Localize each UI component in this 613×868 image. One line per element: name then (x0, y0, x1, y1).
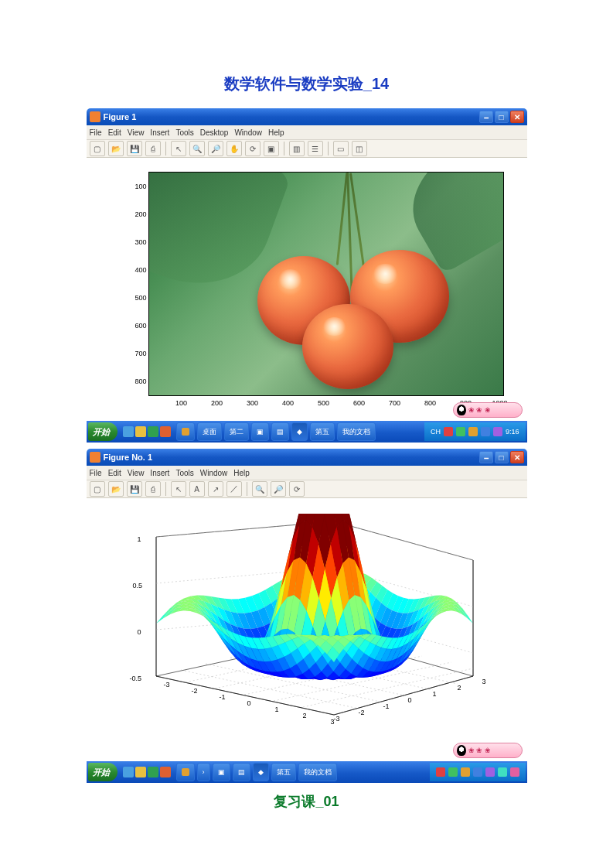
maximize-button[interactable]: □ (495, 451, 509, 463)
media-icon[interactable] (160, 767, 171, 777)
y-tick: 100 (125, 183, 147, 190)
minimize-button[interactable]: ‒ (479, 451, 493, 463)
menu-file[interactable]: File (90, 469, 102, 477)
print-icon[interactable]: ⎙ (145, 141, 161, 156)
image-axes[interactable] (148, 172, 504, 396)
qq-widget[interactable]: ❀ ❀ ❀ (453, 402, 523, 418)
ie-icon[interactable] (123, 767, 134, 777)
tray-icon[interactable] (461, 767, 470, 777)
taskbar-item-active[interactable]: ◆ (253, 763, 269, 781)
taskbar-item[interactable] (176, 763, 195, 781)
document-page: 数学软件与数学实验_14 Figure 1 ‒ □ ✕ File Edit Vi… (0, 0, 613, 811)
ime-indicator[interactable]: CH (431, 428, 441, 436)
tray-icon[interactable] (448, 767, 458, 777)
menu-window[interactable]: Window (200, 469, 228, 477)
hide-tools-icon[interactable]: ▭ (333, 141, 349, 156)
edit-plot-icon[interactable]: ↖ (171, 141, 186, 156)
desktop-icon[interactable] (148, 426, 158, 437)
edit-plot-icon[interactable]: ↖ (171, 481, 186, 497)
windows-taskbar: 开始 › ▣ ▤ ◆ 第五 我的文档 (87, 761, 527, 783)
tray-icon[interactable] (498, 767, 507, 777)
taskbar-item[interactable]: ▣ (213, 763, 230, 781)
open-icon[interactable]: 📂 (108, 141, 124, 156)
text-icon[interactable]: A (189, 481, 205, 497)
menu-window[interactable]: Window (234, 128, 262, 137)
tray-icon[interactable] (485, 767, 495, 777)
taskbar-item[interactable]: 第五 (310, 422, 335, 441)
system-tray: CH 9:16 (424, 422, 526, 441)
media-icon[interactable] (160, 426, 171, 437)
taskbar-item-active[interactable]: ◆ (291, 422, 308, 441)
menu-tools[interactable]: Tools (175, 469, 193, 477)
open-icon[interactable]: 📂 (108, 481, 124, 497)
menu-file[interactable]: File (90, 128, 102, 137)
menu-help[interactable]: Help (268, 128, 284, 137)
explorer-icon[interactable] (135, 426, 146, 437)
taskbar-item[interactable]: › (197, 763, 210, 781)
taskbar-item[interactable]: 我的文档 (337, 422, 376, 441)
menu-insert[interactable]: Insert (150, 128, 169, 137)
line-icon[interactable]: ／ (226, 481, 242, 497)
save-icon[interactable]: 💾 (127, 481, 142, 497)
taskbar-item[interactable]: 第五 (271, 763, 296, 781)
clock[interactable]: 9:16 (506, 428, 519, 436)
tray-icon[interactable] (444, 427, 453, 436)
y-tick: -1 (220, 693, 226, 701)
rotate-icon[interactable]: ⟳ (245, 141, 261, 156)
menu-desktop[interactable]: Desktop (200, 128, 229, 137)
maximize-button[interactable]: □ (495, 111, 509, 123)
start-button[interactable]: 开始 (88, 763, 117, 781)
start-button[interactable]: 开始 (88, 422, 117, 441)
explorer-icon[interactable] (135, 767, 146, 777)
rotate-icon[interactable]: ⟳ (289, 481, 305, 497)
taskbar-item[interactable] (176, 422, 195, 441)
menu-insert[interactable]: Insert (150, 469, 169, 477)
arrow-icon[interactable]: ↗ (208, 481, 223, 497)
menu-edit[interactable]: Edit (108, 128, 121, 137)
menu-tools[interactable]: Tools (175, 128, 193, 137)
axes-3d[interactable] (133, 514, 496, 746)
x-tick: -3 (334, 715, 340, 723)
figure-toolbar: ▢ 📂 💾 ⎙ ↖ A ↗ ／ 🔍 🔎 ⟳ (87, 480, 527, 498)
y-tick: 600 (125, 322, 147, 330)
datatip-icon[interactable]: ▣ (264, 141, 279, 156)
taskbar-item[interactable]: 桌面 (197, 422, 222, 441)
colorbar-icon[interactable]: ▥ (289, 141, 305, 156)
tray-icon[interactable] (510, 767, 519, 777)
taskbar-item[interactable]: ▣ (251, 422, 269, 441)
window-title: Figure No. 1 (104, 453, 153, 462)
tray-icon[interactable] (436, 767, 445, 777)
save-icon[interactable]: 💾 (127, 141, 142, 156)
new-figure-icon[interactable]: ▢ (90, 141, 105, 156)
menu-view[interactable]: View (128, 128, 145, 137)
tray-icon[interactable] (456, 427, 465, 436)
menu-view[interactable]: View (128, 469, 145, 477)
show-tools-icon[interactable]: ◫ (352, 141, 367, 156)
ie-icon[interactable] (123, 426, 134, 437)
figure-toolbar: ▢ 📂 💾 ⎙ ↖ 🔍 🔎 ✋ ⟳ ▣ ▥ ☰ ▭ ◫ (87, 140, 527, 158)
qq-widget[interactable]: ❀ ❀ ❀ (453, 743, 523, 758)
menu-help[interactable]: Help (233, 469, 250, 477)
zoom-out-icon[interactable]: 🔎 (208, 141, 223, 156)
zoom-in-icon[interactable]: 🔍 (252, 481, 267, 497)
tray-icon[interactable] (468, 427, 478, 436)
menu-edit[interactable]: Edit (108, 469, 121, 477)
minimize-button[interactable]: ‒ (479, 111, 493, 123)
qq-penguin-icon (457, 405, 466, 415)
taskbar-item[interactable]: ▤ (233, 763, 250, 781)
tray-icon[interactable] (493, 427, 502, 436)
legend-icon[interactable]: ☰ (308, 141, 323, 156)
tray-icon[interactable] (473, 767, 482, 777)
new-figure-icon[interactable]: ▢ (90, 481, 105, 497)
close-button[interactable]: ✕ (510, 111, 524, 123)
taskbar-item[interactable]: 第二 (224, 422, 249, 441)
zoom-in-icon[interactable]: 🔍 (189, 141, 205, 156)
desktop-icon[interactable] (148, 767, 158, 777)
close-button[interactable]: ✕ (510, 451, 524, 463)
zoom-out-icon[interactable]: 🔎 (271, 481, 286, 497)
pan-icon[interactable]: ✋ (226, 141, 242, 156)
print-icon[interactable]: ⎙ (145, 481, 161, 497)
taskbar-item[interactable]: 我的文档 (298, 763, 337, 781)
taskbar-item[interactable]: ▤ (271, 422, 289, 441)
tray-icon[interactable] (481, 427, 490, 436)
